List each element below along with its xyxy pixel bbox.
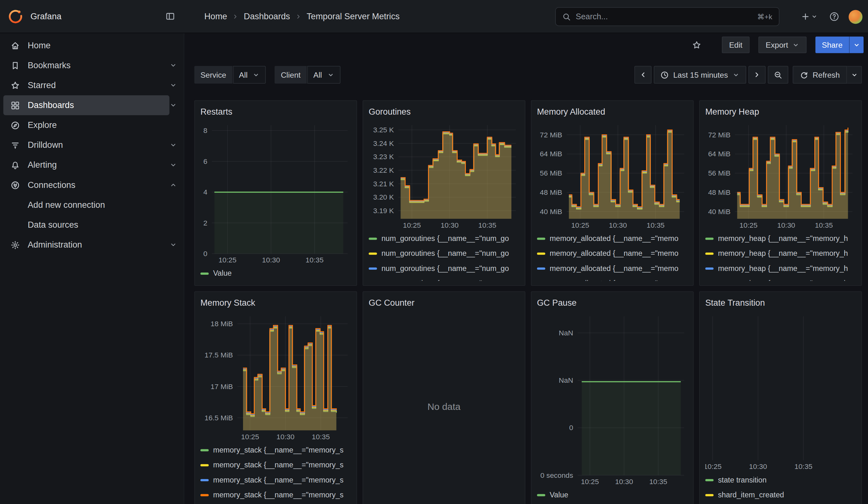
panel-title[interactable]: Goroutines: [369, 105, 519, 121]
chart[interactable]: 40 MiB48 MiB56 MiB64 MiB72 MiB10:2510:30…: [705, 121, 856, 230]
legend-item[interactable]: Value: [200, 266, 351, 281]
panel-title[interactable]: GC Pause: [537, 296, 688, 312]
svg-text:0: 0: [203, 249, 207, 258]
zoom-out-button[interactable]: [768, 66, 788, 84]
sidebar-row: Administration: [0, 235, 184, 255]
service-filter-select[interactable]: All: [233, 66, 266, 84]
chart[interactable]: 16.5 MiB17 MiB17.5 MiB18 MiB10:2510:3010…: [200, 312, 351, 441]
chevron-down-icon[interactable]: [169, 161, 177, 169]
sidebar-item-data-sources[interactable]: Data sources: [3, 215, 177, 235]
series-color-dash: [705, 252, 713, 255]
svg-text:10:25: 10:25: [241, 433, 259, 441]
help-button[interactable]: [825, 8, 843, 25]
chevron-down-icon[interactable]: [169, 241, 177, 249]
sidebar-item-add-new-connection[interactable]: Add new connection: [3, 195, 177, 215]
series-color-dash: [200, 272, 209, 275]
legend-item[interactable]: shard_item_created: [705, 487, 856, 502]
sidebar-item-connections[interactable]: Connections: [3, 175, 169, 195]
breadcrumb-separator-icon: [232, 13, 239, 20]
user-avatar[interactable]: [849, 10, 862, 24]
legend-item[interactable]: num_goroutines {__name__="num_go: [369, 261, 519, 276]
legend-item[interactable]: memory_allocated {__name__="memo: [537, 246, 688, 261]
grafana-logo-icon[interactable]: [8, 9, 23, 24]
share-button[interactable]: Share: [815, 37, 849, 53]
sidebar-item-label: Drilldown: [28, 140, 63, 150]
svg-text:16.5 MiB: 16.5 MiB: [205, 414, 233, 422]
legend-item[interactable]: Value: [537, 487, 688, 502]
sidebar-row: Dashboards: [0, 95, 184, 115]
legend-label: memory_allocated {__name__="memo: [550, 264, 679, 272]
panel-title[interactable]: Memory Allocated: [537, 105, 688, 121]
legend-item[interactable]: memory_heap {__name__="memory_h: [705, 261, 856, 276]
client-filter: Client All: [275, 66, 340, 84]
favorite-star-button[interactable]: [688, 36, 705, 54]
sidebar-item-administration[interactable]: Administration: [3, 235, 169, 255]
time-shift-forward-button[interactable]: [748, 66, 765, 84]
chart[interactable]: 3.19 K3.20 K3.21 K3.22 K3.23 K3.24 K3.25…: [369, 121, 519, 230]
legend-item[interactable]: num_goroutines {__name__="num_go: [369, 246, 519, 261]
chart[interactable]: 10:2510:3010:35: [705, 312, 856, 471]
legend-item[interactable]: memory_stack {__name__="memory_s: [200, 442, 351, 457]
panel-title[interactable]: Memory Stack: [200, 296, 351, 312]
panel-title[interactable]: GC Counter: [369, 296, 519, 312]
svg-text:10:25: 10:25: [218, 256, 236, 264]
sidebar-item-dashboards[interactable]: Dashboards: [3, 95, 169, 115]
breadcrumb-item-home[interactable]: Home: [204, 11, 227, 21]
legend-item[interactable]: memory_allocated {__name__="memo: [537, 261, 688, 276]
chevron-down-icon[interactable]: [169, 101, 177, 109]
dock-menu-button[interactable]: [161, 8, 179, 25]
refresh-button-group: Refresh: [793, 66, 862, 84]
panel-title[interactable]: Restarts: [200, 105, 351, 121]
add-button[interactable]: [799, 8, 820, 25]
share-dropdown-button[interactable]: [849, 37, 864, 53]
client-filter-value: All: [313, 70, 322, 79]
legend-item[interactable]: num_goroutines {__name__="num_go: [369, 276, 519, 281]
legend-item[interactable]: memory_heap {__name__="memory_h: [705, 231, 856, 246]
chevron-down-icon[interactable]: [169, 81, 177, 89]
legend-item[interactable]: num_goroutines {__name__="num_go: [369, 231, 519, 246]
legend-item[interactable]: memory_stack {__name__="memory_s: [200, 472, 351, 487]
legend-item[interactable]: memory_heap {__name__="memory_h: [705, 276, 856, 281]
refresh-interval-dropdown[interactable]: [847, 66, 862, 84]
sidebar-item-label: Dashboards: [28, 100, 74, 110]
legend: state transitionshard_item_created: [705, 472, 856, 502]
chevron-down-icon: [732, 71, 740, 78]
panel-title[interactable]: State Transition: [705, 296, 856, 312]
chart[interactable]: 0 seconds0NaNNaN10:2510:3010:35: [537, 312, 688, 486]
export-button[interactable]: Export: [758, 37, 806, 53]
chevron-right-icon: [753, 71, 761, 79]
legend-item[interactable]: memory_allocated {__name__="memo: [537, 231, 688, 246]
sidebar-item-alerting[interactable]: Alerting: [3, 155, 169, 175]
sidebar-item-starred[interactable]: Starred: [3, 75, 169, 95]
legend-item[interactable]: memory_stack {__name__="memory_s: [200, 487, 351, 502]
legend-label: memory_heap {__name__="memory_h: [718, 264, 848, 272]
svg-text:10:35: 10:35: [647, 221, 664, 229]
time-shift-back-button[interactable]: [634, 66, 651, 84]
chevron-down-icon[interactable]: [169, 62, 177, 70]
legend-item[interactable]: memory_heap {__name__="memory_h: [705, 246, 856, 261]
svg-text:17 MiB: 17 MiB: [210, 382, 233, 391]
edit-button[interactable]: Edit: [722, 37, 750, 53]
svg-text:0 seconds: 0 seconds: [540, 471, 573, 480]
panel-title[interactable]: Memory Heap: [705, 105, 856, 121]
refresh-button[interactable]: Refresh: [793, 66, 847, 84]
sidebar-item-explore[interactable]: Explore: [3, 115, 177, 135]
legend-item[interactable]: state transition: [705, 472, 856, 487]
svg-text:10:30: 10:30: [609, 221, 627, 229]
svg-text:10:25: 10:25: [403, 221, 421, 229]
chevron-up-icon[interactable]: [169, 181, 177, 189]
svg-text:3.21 K: 3.21 K: [373, 180, 394, 188]
compass-icon: [10, 120, 20, 131]
legend-item[interactable]: memory_allocated {__name__="memo: [537, 276, 688, 281]
time-range-picker[interactable]: Last 15 minutes: [654, 66, 746, 84]
sidebar-item-drilldown[interactable]: Drilldown: [3, 135, 169, 155]
sidebar-item-home[interactable]: Home: [3, 35, 177, 55]
client-filter-select[interactable]: All: [307, 66, 340, 84]
search-input[interactable]: Search... ⌘+k: [555, 7, 779, 26]
chart[interactable]: 40 MiB48 MiB56 MiB64 MiB72 MiB10:2510:30…: [537, 121, 688, 230]
breadcrumb-item-dashboards[interactable]: Dashboards: [244, 11, 290, 21]
sidebar-item-bookmarks[interactable]: Bookmarks: [3, 55, 169, 75]
chart[interactable]: 0246810:2510:3010:35: [200, 121, 351, 265]
legend-item[interactable]: memory_stack {__name__="memory_s: [200, 457, 351, 472]
chevron-down-icon[interactable]: [169, 141, 177, 149]
